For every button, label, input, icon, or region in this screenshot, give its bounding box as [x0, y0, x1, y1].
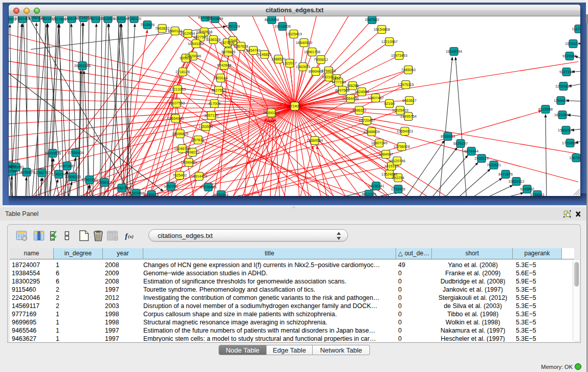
svg-text:8912954: 8912954: [181, 31, 195, 36]
svg-text:10958107: 10958107: [96, 180, 113, 185]
svg-text:1145194: 1145194: [52, 172, 66, 177]
svg-text:16543362: 16543362: [188, 41, 204, 46]
svg-text:1167533: 1167533: [569, 156, 580, 160]
svg-text:8186328: 8186328: [206, 37, 221, 42]
svg-text:2087682: 2087682: [365, 17, 379, 22]
svg-text:6497568: 6497568: [335, 88, 350, 93]
svg-text:16154808: 16154808: [374, 27, 390, 32]
svg-text:7955812: 7955812: [314, 57, 328, 62]
svg-text:9146120: 9146120: [127, 16, 141, 21]
svg-text:7357224: 7357224: [226, 24, 240, 29]
svg-text:8471676: 8471676: [498, 172, 513, 177]
svg-text:16961758: 16961758: [304, 50, 320, 54]
svg-text:9227342: 9227342: [559, 70, 574, 74]
svg-text:10807487: 10807487: [367, 96, 384, 100]
svg-text:12213967: 12213967: [381, 39, 398, 44]
svg-text:19218506: 19218506: [274, 24, 291, 29]
svg-text:26053346: 26053346: [74, 63, 91, 68]
svg-text:8612345: 8612345: [362, 192, 376, 196]
svg-text:9474444: 9474444: [464, 149, 478, 154]
svg-text:17359934: 17359934: [68, 150, 84, 155]
svg-text:939618: 939618: [180, 56, 192, 60]
svg-text:12505135: 12505135: [64, 174, 81, 179]
svg-text:8938923: 8938923: [441, 134, 455, 139]
svg-text:10025433: 10025433: [392, 108, 408, 113]
svg-text:18724007: 18724007: [287, 104, 303, 108]
svg-text:20364436: 20364436: [342, 96, 359, 101]
svg-text:15716485: 15716485: [200, 185, 216, 189]
svg-text:18807249: 18807249: [371, 141, 387, 145]
svg-text:16914479: 16914479: [191, 174, 207, 179]
svg-text:9150344: 9150344: [214, 192, 228, 196]
svg-text:10654112: 10654112: [508, 179, 524, 184]
svg-text:1733426: 1733426: [391, 187, 405, 191]
svg-text:62160: 62160: [384, 101, 395, 106]
svg-text:13654923: 13654923: [397, 129, 413, 134]
svg-text:2718126: 2718126: [176, 70, 190, 74]
svg-text:8990443: 8990443: [309, 69, 323, 74]
svg-text:9329966: 9329966: [562, 54, 577, 58]
svg-text:9777169: 9777169: [332, 80, 346, 84]
svg-text:9734561: 9734561: [530, 192, 545, 196]
svg-text:8660124: 8660124: [168, 29, 182, 33]
svg-text:9242848: 9242848: [217, 63, 231, 68]
svg-text:13756928: 13756928: [394, 144, 410, 149]
svg-text:417004: 417004: [208, 101, 221, 106]
svg-text:16210643: 16210643: [554, 113, 571, 117]
svg-text:22260538: 22260538: [196, 30, 212, 34]
svg-text:7632621: 7632621: [487, 163, 501, 167]
svg-text:11323468: 11323468: [128, 191, 144, 195]
svg-text:7663822: 7663822: [155, 26, 169, 31]
svg-text:8215958: 8215958: [538, 107, 553, 112]
svg-text:2935114: 2935114: [474, 156, 488, 161]
svg-text:3624554: 3624554: [355, 90, 369, 94]
svg-text:1117424: 1117424: [572, 27, 580, 31]
svg-text:17016504: 17016504: [562, 141, 578, 145]
svg-text:6794028: 6794028: [321, 69, 336, 73]
svg-text:1546: 1546: [229, 38, 237, 43]
svg-text:7986322: 7986322: [352, 108, 366, 113]
svg-text:25300203: 25300203: [263, 111, 279, 115]
svg-text:1498222: 1498222: [185, 150, 200, 155]
svg-text:252254: 252254: [392, 176, 404, 180]
svg-text:9245652: 9245652: [520, 187, 534, 191]
svg-text:7625402: 7625402: [172, 173, 187, 178]
svg-text:12093822: 12093822: [555, 84, 572, 89]
svg-text:857833: 857833: [192, 138, 204, 142]
svg-text:16033809: 16033809: [207, 16, 223, 21]
svg-text:16120746: 16120746: [389, 159, 405, 163]
svg-text:9146821: 9146821: [257, 52, 272, 57]
svg-text:16107553: 16107553: [168, 101, 185, 105]
svg-text:9457791: 9457791: [164, 184, 178, 189]
svg-text:8427552: 8427552: [211, 88, 226, 93]
svg-text:7485063: 7485063: [401, 68, 416, 72]
svg-text:(x): (x): [128, 234, 134, 239]
svg-text:1615132: 1615132: [384, 164, 399, 168]
svg-text:2803144: 2803144: [213, 76, 228, 80]
svg-text:3675685: 3675685: [221, 50, 235, 54]
svg-text:6879197: 6879197: [453, 141, 468, 146]
svg-text:10975887: 10975887: [59, 164, 75, 168]
svg-text:14136141: 14136141: [368, 184, 384, 188]
svg-text:3267130: 3267130: [204, 113, 219, 118]
svg-text:19166825: 19166825: [172, 132, 188, 136]
svg-text:19384554: 19384554: [307, 138, 323, 143]
svg-text:12975115: 12975115: [398, 82, 413, 87]
svg-text:9245018: 9245018: [144, 192, 159, 196]
svg-text:1362615: 1362615: [296, 64, 310, 69]
svg-text:16640910: 16640910: [296, 40, 312, 45]
svg-text:1244413: 1244413: [554, 98, 568, 103]
svg-text:9463627: 9463627: [402, 98, 417, 103]
svg-text:13495754: 13495754: [400, 114, 417, 119]
svg-text:9827503: 9827503: [193, 35, 208, 39]
svg-text:16782759: 16782759: [114, 186, 130, 190]
svg-text:1353594: 1353594: [199, 124, 213, 129]
svg-text:15751074: 15751074: [565, 41, 580, 46]
svg-text:12342757: 12342757: [34, 170, 50, 175]
svg-text:15720407: 15720407: [359, 118, 375, 123]
svg-text:7515526: 7515526: [140, 23, 155, 27]
svg-text:14099489: 14099489: [181, 160, 197, 165]
svg-text:19654983: 19654983: [167, 116, 184, 121]
svg-text:13325419: 13325419: [286, 32, 302, 36]
svg-text:11156829: 11156829: [19, 170, 35, 174]
